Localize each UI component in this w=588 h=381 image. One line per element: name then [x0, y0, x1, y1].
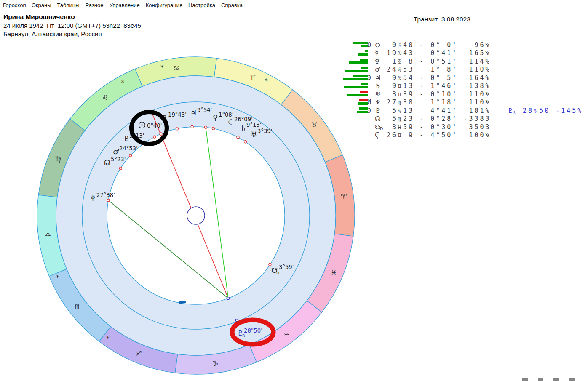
aspect-row: Э♇ 5♌13 4°41' 181%♇R 28♑50 -145% [0, 107, 588, 115]
position-orb-text: 5♌13 4°41' 181% [387, 107, 491, 115]
aspect-row: И♆27♍38 1°18' 110% [0, 98, 588, 106]
truncated-toolbar-icon [538, 378, 543, 381]
planet-glyph-icon: ♃ [375, 74, 380, 82]
aspect-row: Э♃ 9♋54 - 0° 5' 164% [0, 74, 588, 82]
planet-glyph-icon: ☊ [375, 115, 380, 123]
strength-bar-green [357, 111, 368, 113]
aspect-row: Ϛ26♊ 9 - 4°50' 100% [0, 131, 588, 139]
position-orb-text: 5♍23 - 0°28' -3383 [387, 115, 491, 123]
truncated-toolbar-icon [553, 378, 559, 381]
planet-glyph-icon: ♂ [375, 66, 380, 73]
mars-glyph-icon: ♂ [113, 147, 119, 156]
position-orb-text: 24♌53 1° 8' 110% [387, 66, 491, 73]
truncated-toolbar-icon [522, 378, 528, 381]
strength-bar-green [353, 42, 368, 44]
zodiac-glyph-capricorn: ♑ [212, 360, 218, 368]
aspect-row: ♂24♌53 1° 8' 110% [0, 65, 588, 73]
strength-bar-green [365, 50, 368, 52]
zodiac-glyph-aries: ♈ [341, 192, 347, 200]
natal-planet-tick [129, 154, 132, 157]
zodiac-glyph-sagittarius: ♐ [136, 349, 142, 357]
position-orb-text: 9♊13 - 1°46' 138% [387, 82, 491, 90]
glyph-subscript: R [513, 110, 516, 115]
center-circle [187, 207, 205, 224]
north-node-degree-label: 5°23' [111, 156, 126, 163]
planet-glyph-icon: ♄ [375, 82, 380, 90]
dignity-letter: Э [367, 74, 371, 82]
natal-planet-tick [119, 167, 122, 170]
glyph-subscript: D [276, 271, 279, 275]
position-orb-text: 27♍38 1°18' 110% [387, 99, 491, 106]
planet-glyph-icon: ♆ [375, 99, 380, 106]
strength-bar-green [361, 67, 368, 69]
strength-bar-green [349, 61, 368, 64]
transit-aspect-table: О⊙ 0♌40 - 0° 0' 96%☿19♋43 0°41' 165%♀ 1♋… [0, 41, 588, 144]
strength-bar-green [358, 53, 368, 56]
strength-bar-green [344, 86, 368, 88]
transit-planet-tick [227, 297, 230, 300]
planet-glyph-icon: ♅ [375, 91, 380, 98]
position-orb-text: 26♊ 9 - 4°50' 100% [387, 131, 491, 139]
transit-pluto-degree-label: 28°50' [244, 328, 262, 334]
strength-bar-green [345, 70, 368, 72]
star-mark-icon: * [56, 274, 59, 282]
position-orb-text: 3♊39 - 0°10' 110% [387, 91, 491, 98]
position-orb-text: 0♌40 - 0° 0' 96% [387, 41, 491, 49]
natal-planet-tick [107, 199, 110, 202]
position-orb-text: 1♋ 8 - 0°51' 114% [387, 58, 491, 65]
retro-position-text: 28♑50 -145% [517, 107, 583, 115]
strength-bar-green [353, 75, 368, 77]
dignity-letter: Э [367, 107, 371, 115]
strength-bar-green [358, 102, 368, 104]
dignity-letter: О [367, 41, 371, 49]
aspect-row: О⊙ 0♌40 - 0° 0' 96% [0, 41, 588, 49]
position-orb-text: 19♋43 0°41' 165% [387, 49, 491, 57]
truncated-toolbar-icon [569, 378, 575, 381]
strength-bar-green [359, 107, 368, 109]
neptune-degree-label: 27°38' [96, 192, 115, 198]
zodiac-glyph-libra: ♎ [45, 231, 51, 239]
glyph-subscript: D [380, 126, 383, 131]
dignity-letter: И [367, 99, 371, 106]
aspect-row: ♀ 1♋ 8 - 0°51' 114% [0, 57, 588, 65]
aspect-row: ☋D 3♓59 - 0°30' 3503 [0, 123, 588, 131]
south-node-degree-label: 3°59' [279, 264, 294, 270]
planet-glyph-icon: Ϛ [375, 131, 379, 139]
strength-bar-green [343, 78, 368, 80]
position-orb-text: 3♓59 - 0°30' 3503 [387, 123, 491, 131]
aspect-row: ☊ 5♍23 - 0°28' -3383 [0, 115, 588, 123]
aspect-row: ♅ 3♊39 - 0°10' 110% [0, 90, 588, 98]
strength-bar-green [361, 45, 368, 47]
planet-glyph-icon: ♀ [375, 58, 380, 65]
natal-planet-tick [269, 264, 271, 266]
glyph-subscript: R [242, 333, 245, 338]
aspect-row: ☿19♋43 0°41' 165% [0, 49, 588, 57]
north-node-glyph-icon: ☊ [104, 158, 110, 167]
mars-degree-label: 24°53' [119, 145, 138, 152]
strength-bar-green [361, 83, 368, 85]
strength-bar-red [359, 99, 368, 101]
zodiac-glyph-aquarius: ♒ [283, 330, 289, 338]
planet-glyph-icon: ☿ [375, 49, 379, 57]
planet-glyph-icon: ⊙ [375, 41, 380, 49]
zodiac-glyph-pisces: ♓ [331, 269, 337, 277]
zodiac-glyph-virgo: ♍ [55, 155, 61, 163]
neptune-glyph-icon: ♆ [90, 194, 96, 202]
planet-glyph-icon: ♇ [375, 107, 380, 115]
strength-bar-green [347, 94, 368, 96]
position-orb-text: 9♋54 - 0° 5' 164% [387, 74, 491, 82]
strength-bar-red [360, 91, 368, 93]
strength-bar-green [360, 59, 368, 61]
star-mark-icon: * [106, 335, 110, 343]
aspect-row: ♄ 9♊13 - 1°46' 138% [0, 82, 588, 90]
zodiac-glyph-scorpio: ♏ [75, 303, 80, 311]
